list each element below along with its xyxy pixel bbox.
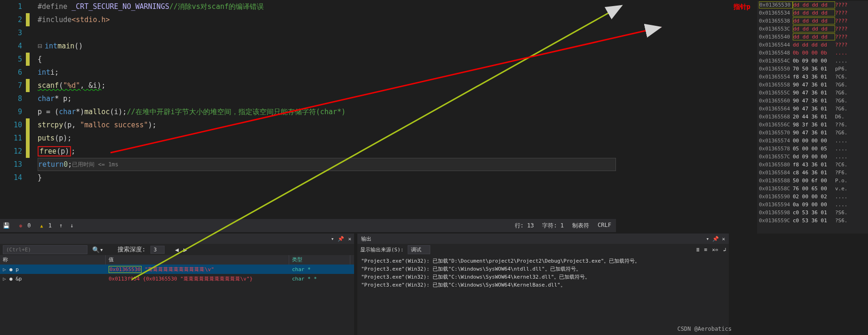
tool-icon[interactable]: ≡ bbox=[704, 247, 708, 253]
code-editor[interactable]: 1234567891011121314 #define _CRT_SECURE_… bbox=[0, 0, 616, 216]
breakpoint-margin[interactable] bbox=[26, 66, 30, 79]
code-line[interactable] bbox=[38, 26, 616, 39]
memory-row[interactable]: 0x0136555070 50 36 01pP6. bbox=[757, 65, 868, 73]
memory-row[interactable]: 0x0136557805 00 00 05.... bbox=[757, 145, 868, 153]
code-line[interactable]: #define _CRT_SECURE_NO_WARNINGS //消除vs对s… bbox=[38, 0, 616, 13]
memory-row[interactable]: 0x0136556090 47 36 01?G6. bbox=[757, 97, 868, 105]
nav-up-icon[interactable]: ↑ bbox=[59, 222, 63, 229]
depth-select[interactable]: 3 bbox=[150, 246, 165, 254]
memory-row[interactable]: 0x01365534dd dd dd dd???? bbox=[757, 9, 868, 17]
memory-row[interactable]: 0x0136557C0d 09 00 00.... bbox=[757, 153, 868, 161]
code-line[interactable]: int i; bbox=[38, 66, 616, 79]
autos-row[interactable]: ▷● &p0x0113f954 {0x01365530 "葺葺葺葺葺葺葺葺葺葺葺… bbox=[0, 274, 354, 283]
memory-row[interactable]: 0x01365540dd dd dd dd???? bbox=[757, 33, 868, 41]
line-number[interactable]: 6 bbox=[0, 68, 26, 77]
code-line[interactable]: { bbox=[38, 53, 616, 66]
autos-panel[interactable]: ▾ 📌 ✕ 🔍▾ 搜索深度: 3 ◀ ▶ 称 值 类型 ▷● p0x013655… bbox=[0, 234, 354, 335]
memory-row[interactable]: 0x0136559002 00 00 02.... bbox=[757, 193, 868, 201]
memory-row[interactable]: 0x0136555890 47 36 01?G6. bbox=[757, 81, 868, 89]
memory-row[interactable]: 0x0136556820 44 36 01 D6. bbox=[757, 113, 868, 121]
tool-icon[interactable]: ≣ bbox=[696, 247, 700, 253]
close-icon[interactable]: ✕ bbox=[722, 236, 725, 242]
warning-count[interactable]: ▲ 1 bbox=[38, 222, 51, 229]
search-icon[interactable]: 🔍▾ bbox=[92, 246, 103, 253]
memory-row[interactable]: 0x0136557400 00 00 00.... bbox=[757, 137, 868, 145]
line-number[interactable]: 8 bbox=[0, 94, 26, 103]
memory-row[interactable]: 0x0136555C90 47 36 01?G6. bbox=[757, 89, 868, 97]
breakpoint-margin[interactable] bbox=[26, 105, 30, 118]
code-line[interactable]: p = (char*)malloc(i); //在堆中开辟i字节大小的堆空间，指… bbox=[38, 105, 616, 118]
dropdown-icon[interactable]: ▾ bbox=[331, 236, 334, 242]
line-number[interactable]: 3 bbox=[0, 29, 26, 37]
line-number[interactable]: 11 bbox=[0, 134, 26, 142]
code-line[interactable]: strcpy(p, "malloc success"); bbox=[38, 118, 616, 132]
code-line[interactable]: puts(p); bbox=[38, 132, 616, 145]
memory-row[interactable]: 0x01365530dd dd dd dd???? bbox=[757, 1, 868, 9]
memory-row[interactable]: 0x01365598c0 53 36 01?S6. bbox=[757, 209, 868, 217]
output-panel[interactable]: 输出 ▾ 📌 ✕ 显示输出来源(S): 调试 ≣ ≡ ✕▫ ↲ "Project… bbox=[357, 234, 729, 335]
breakpoint-margin[interactable] bbox=[26, 118, 30, 132]
line-number[interactable]: 12 bbox=[0, 147, 26, 156]
wrap-icon[interactable]: ↲ bbox=[723, 247, 726, 253]
breakpoint-margin[interactable] bbox=[26, 92, 30, 105]
nav-down-icon[interactable]: ↓ bbox=[70, 222, 73, 229]
line-number[interactable]: 9 bbox=[0, 108, 26, 116]
pin-icon[interactable]: 📌 bbox=[712, 236, 719, 242]
error-count[interactable]: ⊗ 0 bbox=[17, 222, 31, 229]
pin-icon[interactable]: 📌 bbox=[338, 236, 344, 242]
line-number[interactable]: 13 bbox=[0, 160, 26, 169]
output-text[interactable]: "Project3.exe"(Win32): 已加载"D:\Document\p… bbox=[357, 255, 729, 291]
memory-row[interactable]: 0x0136556490 47 36 01?G6. bbox=[757, 105, 868, 113]
memory-row[interactable]: 0x01365580f8 43 36 01?C6. bbox=[757, 161, 868, 169]
breakpoint-margin[interactable] bbox=[26, 0, 30, 13]
status-bar: 💾 ⊗ 0 ▲ 1 ↑ ↓ 行: 13 字符: 1 制表符 CRLF bbox=[0, 219, 616, 232]
memory-row[interactable]: 0x0136554C0b 09 00 00.... bbox=[757, 57, 868, 65]
code-line[interactable]: } bbox=[38, 171, 616, 184]
line-number[interactable]: 4 bbox=[0, 42, 26, 50]
memory-row[interactable]: 0x0136557090 47 36 01?G6. bbox=[757, 129, 868, 137]
memory-row[interactable]: 0x0136553Cdd dd dd dd???? bbox=[757, 25, 868, 33]
code-line[interactable]: return 0; 已用时间 <= 1ms bbox=[38, 158, 616, 171]
line-number[interactable]: 14 bbox=[0, 173, 26, 182]
line-number[interactable]: 7 bbox=[0, 81, 26, 90]
nav-fwd-icon[interactable]: ▶ bbox=[183, 246, 187, 253]
autos-row[interactable]: ▷● p0x01365530 "葺葺葺葺葺葺葺葺葺葺葺\v"char * bbox=[0, 265, 354, 274]
memory-row[interactable]: 0x0136556C98 3f 36 01??6. bbox=[757, 121, 868, 129]
breakpoint-margin[interactable] bbox=[26, 145, 30, 158]
code-line[interactable]: free(p); bbox=[38, 145, 616, 158]
line-number[interactable]: 5 bbox=[0, 55, 26, 63]
output-source-select[interactable]: 调试 bbox=[408, 245, 430, 254]
memory-row[interactable]: 0x01365544dd dd dd dd???? bbox=[757, 41, 868, 49]
breakpoint-margin[interactable] bbox=[26, 171, 30, 184]
memory-row[interactable]: 0x013655480b 00 00 0b.... bbox=[757, 49, 868, 57]
line-number[interactable]: 1 bbox=[0, 2, 26, 11]
code-line[interactable]: char* p; bbox=[38, 92, 616, 105]
dropdown-icon[interactable]: ▾ bbox=[706, 236, 710, 242]
breakpoint-margin[interactable] bbox=[26, 13, 30, 26]
memory-row[interactable]: 0x0136558C76 00 65 00v.e. bbox=[757, 185, 868, 193]
memory-row[interactable]: 0x01365538dd dd dd dd???? bbox=[757, 17, 868, 25]
close-icon[interactable]: ✕ bbox=[348, 236, 351, 242]
breakpoint-margin[interactable] bbox=[26, 158, 30, 171]
memory-row[interactable]: 0x01365554f8 43 36 01?C6. bbox=[757, 73, 868, 81]
search-input[interactable] bbox=[3, 245, 87, 254]
nav-back-icon[interactable]: ◀ bbox=[175, 246, 179, 253]
memory-row[interactable]: 0x01365584c8 46 36 01?F6. bbox=[757, 169, 868, 177]
memory-row[interactable]: 0x013655940a 09 00 00.... bbox=[757, 201, 868, 209]
line-number[interactable]: 2 bbox=[0, 16, 26, 24]
clear-icon[interactable]: ✕▫ bbox=[712, 247, 718, 253]
breakpoint-margin[interactable] bbox=[26, 39, 30, 53]
breakpoint-margin[interactable] bbox=[26, 79, 30, 92]
breakpoint-margin[interactable] bbox=[26, 26, 30, 39]
breakpoint-margin[interactable] bbox=[26, 132, 30, 145]
line-number[interactable]: 10 bbox=[0, 121, 26, 129]
code-line[interactable]: ⊟int main() bbox=[38, 39, 616, 53]
floppy-icon[interactable]: 💾 bbox=[3, 222, 10, 229]
memory-row[interactable]: 0x0136558850 00 6f 00P.o. bbox=[757, 177, 868, 185]
breakpoint-margin[interactable] bbox=[26, 53, 30, 66]
code-line[interactable]: #include<stdio.h> bbox=[38, 13, 616, 26]
memory-row[interactable]: 0x0136559Cc0 53 36 01?S6. bbox=[757, 217, 868, 225]
output-tab-label[interactable]: 输出 bbox=[361, 235, 371, 242]
code-line[interactable]: scanf("%d", &i); bbox=[38, 79, 616, 92]
memory-view[interactable]: 0x01365530dd dd dd dd????0x01365534dd dd… bbox=[757, 1, 868, 234]
